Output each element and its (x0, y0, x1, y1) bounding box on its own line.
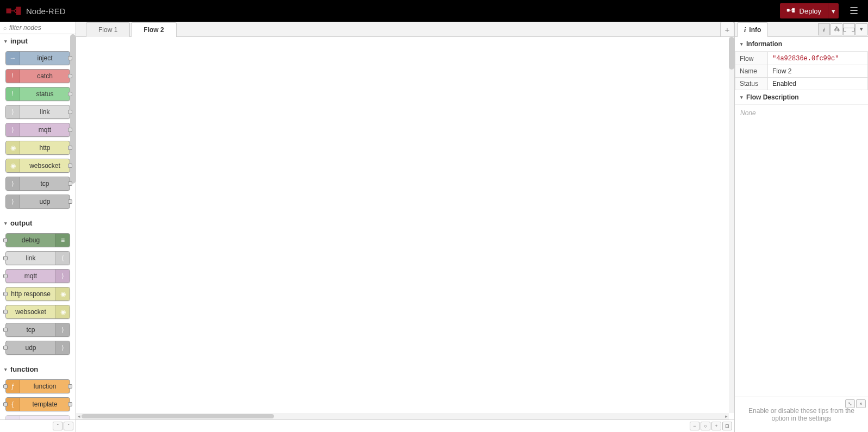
chevron-down-icon: ▾ (4, 221, 7, 226)
input-port[interactable] (3, 292, 8, 296)
node-label: template (20, 400, 70, 408)
node-label: tcp (6, 326, 55, 334)
node-label: debug (6, 236, 55, 244)
output-port[interactable] (68, 402, 72, 406)
node-type-icon: ⟩ (6, 123, 20, 136)
palette-node-inject[interactable]: →inject (5, 51, 70, 65)
input-port[interactable] (3, 328, 8, 332)
palette-node-template[interactable]: {template (5, 397, 70, 411)
palette-node-mqtt[interactable]: ⟩mqtt (5, 123, 70, 137)
input-port[interactable] (3, 384, 8, 389)
palette-category-input[interactable]: ▾input (0, 34, 76, 48)
node-label: status (20, 90, 70, 98)
hscroll-right-button[interactable]: ▸ (723, 414, 729, 419)
deploy-icon (786, 7, 795, 16)
flow-tab[interactable]: Flow 1 (86, 22, 130, 37)
input-port[interactable] (3, 310, 8, 314)
output-port[interactable] (68, 128, 72, 132)
hamburger-icon: ☰ (850, 5, 858, 16)
palette-node-link[interactable]: link⟨ (5, 251, 70, 265)
palette-node-debug[interactable]: debug≡ (5, 233, 70, 247)
palette-node-mqtt[interactable]: mqtt⟩ (5, 269, 70, 283)
chevron-down-icon: ▾ (4, 39, 7, 44)
map-icon: ⊡ (725, 423, 729, 429)
output-port[interactable] (68, 74, 72, 78)
sidebar-more-button[interactable]: ▾ (855, 23, 867, 35)
canvas-vthumb[interactable] (729, 37, 734, 70)
chevron-down-icon: ▾ (740, 95, 743, 100)
hscroll-track[interactable] (82, 414, 723, 418)
zoom-out-button[interactable]: − (690, 422, 700, 430)
palette-node-tcp[interactable]: ⟩tcp (5, 177, 70, 191)
output-port[interactable] (68, 110, 72, 114)
palette-node-websocket[interactable]: websocket◉ (5, 305, 70, 319)
input-port[interactable] (3, 346, 8, 350)
palette-category-output[interactable]: ▾output (0, 216, 76, 230)
palette-node-udp[interactable]: udp⟩ (5, 341, 70, 355)
section-information[interactable]: ▾ Information (735, 37, 868, 52)
palette-node-function[interactable]: ƒfunction (5, 379, 70, 393)
chevron-down-icon: ▾ (740, 41, 743, 47)
palette-node-http[interactable]: ◉http (5, 141, 70, 155)
palette-collapse-up-button[interactable]: ˄ (53, 422, 63, 430)
palette-node-delay[interactable]: ◷delay (5, 415, 70, 420)
input-port[interactable] (3, 256, 8, 260)
palette-node-http-response[interactable]: http response◉ (5, 287, 70, 301)
node-type-icon: ! (6, 70, 20, 83)
info-key: Flow (735, 52, 768, 65)
node-label: function (20, 383, 70, 390)
deploy-button[interactable]: Deploy (780, 3, 828, 18)
navigator-button[interactable]: ⊡ (722, 422, 732, 430)
zoom-in-button[interactable]: + (711, 422, 721, 430)
node-type-icon: ⟩ (6, 177, 20, 190)
palette-node-tcp[interactable]: tcp⟩ (5, 323, 70, 337)
palette-node-catch[interactable]: !catch (5, 69, 70, 83)
deploy-options-button[interactable]: ▾ (828, 3, 839, 18)
sidebar-debug-button[interactable]: ⁂ (830, 23, 842, 35)
output-port[interactable] (68, 199, 72, 204)
output-port[interactable] (68, 164, 72, 168)
canvas-vscroll[interactable] (729, 37, 734, 413)
circle-icon: ○ (704, 423, 707, 429)
add-flow-button[interactable]: + (720, 22, 734, 36)
zoom-reset-button[interactable]: ○ (701, 422, 710, 430)
palette-category-function[interactable]: ▾function (0, 362, 76, 376)
input-port[interactable] (3, 238, 8, 242)
sidebar-dashboard-button[interactable]: ⫍⫎ (843, 23, 855, 35)
palette-node-status[interactable]: !status (5, 87, 70, 101)
output-port[interactable] (68, 92, 72, 96)
palette-node-websocket[interactable]: ◉websocket (5, 159, 70, 173)
tips-close-button[interactable]: × (856, 399, 866, 408)
app-logo: Node-RED (5, 5, 66, 16)
node-type-icon: ⟩ (55, 270, 70, 283)
app-header: Node-RED Deploy ▾ ☰ (0, 0, 868, 22)
tips-box: ⤡ × Enable or disable these tips from th… (735, 397, 868, 432)
sidebar-info-button[interactable]: i (818, 23, 830, 35)
canvas-hthumb[interactable] (82, 414, 274, 418)
sidebar-tab-info[interactable]: i info (737, 22, 768, 37)
info-key: Status (735, 78, 768, 90)
palette-node-udp[interactable]: ⟩udp (5, 195, 70, 209)
flow-tab[interactable]: Flow 2 (131, 22, 176, 37)
main-menu-button[interactable]: ☰ (845, 3, 863, 19)
hscroll-left-button[interactable]: ◂ (76, 414, 82, 419)
node-type-icon: ≡ (55, 234, 70, 247)
node-label: http (20, 144, 70, 152)
section-description[interactable]: ▾ Flow Description (735, 90, 868, 105)
output-port[interactable] (68, 146, 72, 150)
palette-node-link[interactable]: ⟩link (5, 105, 70, 119)
palette-collapse-down-button[interactable]: ˅ (64, 422, 73, 430)
output-port[interactable] (68, 384, 72, 389)
node-type-icon: ⟩ (55, 323, 70, 336)
palette-filter-input[interactable] (9, 24, 72, 32)
workspace-tabs: Flow 1Flow 2+ (76, 22, 734, 37)
input-port[interactable] (3, 274, 8, 278)
node-label: udp (6, 344, 55, 352)
input-port[interactable] (3, 402, 8, 406)
node-type-icon: ! (6, 87, 20, 101)
tips-prev-button[interactable]: ⤡ (845, 399, 855, 408)
output-port[interactable] (68, 56, 72, 60)
node-label: mqtt (6, 272, 55, 280)
flow-canvas[interactable] (76, 37, 734, 420)
output-port[interactable] (68, 181, 72, 186)
